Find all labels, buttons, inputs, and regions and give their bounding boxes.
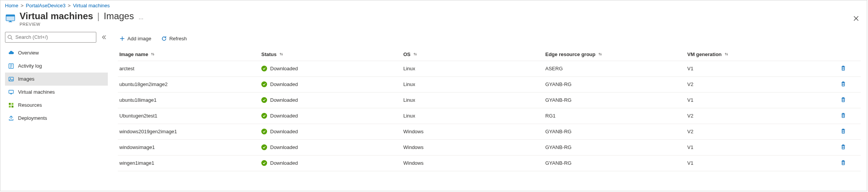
svg-rect-55: [842, 161, 844, 161]
svg-rect-25: [842, 66, 844, 67]
delete-button[interactable]: [838, 126, 848, 137]
col-header-name[interactable]: Image name: [118, 49, 260, 60]
svg-rect-35: [842, 98, 844, 98]
table-row[interactable]: Ubuntugen2test1DownloadedLinuxRG1V2: [118, 108, 861, 124]
svg-rect-21: [842, 67, 845, 70]
cell-rg: GYANB-RG: [544, 79, 686, 89]
cell-gen: V1: [686, 142, 832, 152]
close-button[interactable]: [850, 12, 862, 25]
sort-icon: [724, 52, 729, 56]
sidebar-item-label: Images: [18, 76, 35, 82]
table-row[interactable]: windows2019gen2image1DownloadedWindowsGY…: [118, 124, 861, 140]
delete-button[interactable]: [838, 63, 848, 74]
collapse-sidebar-button[interactable]: [100, 33, 108, 41]
images-table: Image name Status OS Edge resource group: [118, 48, 861, 171]
table-header-row: Image name Status OS Edge resource group: [118, 48, 861, 61]
plus-icon: [119, 36, 125, 41]
main-content: Add image Refresh Image name Statu: [111, 29, 867, 191]
cell-rg: GYANB-RG: [544, 142, 686, 152]
status-ok-icon: [261, 113, 267, 119]
sidebar-item-deployments[interactable]: Deployments: [5, 112, 108, 125]
sidebar-item-activity-log[interactable]: Activity log: [5, 60, 108, 73]
svg-rect-46: [842, 146, 845, 149]
deploy-icon: [8, 115, 14, 121]
table-row[interactable]: wingen1image1DownloadedWindowsGYANB-RGV1: [118, 156, 861, 171]
table-row[interactable]: windowsimage1DownloadedWindowsGYANB-RGV1: [118, 140, 861, 156]
cell-gen: V1: [686, 158, 832, 168]
cell-rg: GYANB-RG: [544, 158, 686, 168]
status-ok-icon: [261, 81, 267, 87]
sidebar-item-virtual-machines[interactable]: Virtual machines: [5, 86, 108, 99]
page-title: Virtual machines | Images: [20, 11, 134, 22]
sort-icon: [413, 52, 417, 56]
trash-icon: [840, 160, 846, 167]
vm-resource-icon: [5, 13, 16, 24]
trash-icon: [840, 113, 846, 119]
status-ok-icon: [261, 129, 267, 134]
cell-name: windows2019gen2image1: [118, 126, 260, 137]
table-row[interactable]: arctestDownloadedLinuxASERGV1: [118, 61, 861, 77]
breadcrumb-link-device[interactable]: PortalAseDevice3: [26, 3, 65, 8]
breadcrumb-link-home[interactable]: Home: [5, 3, 18, 8]
more-button[interactable]: …: [139, 11, 144, 20]
vm-icon: [8, 89, 14, 95]
sidebar-item-resources[interactable]: Resources: [5, 99, 108, 112]
col-header-gen[interactable]: VM generation: [686, 49, 832, 60]
trash-icon: [840, 144, 846, 151]
svg-rect-45: [842, 129, 844, 130]
svg-rect-18: [12, 106, 13, 108]
svg-rect-51: [842, 161, 845, 164]
delete-button[interactable]: [838, 95, 848, 106]
cell-name: windowsimage1: [118, 142, 260, 152]
table-row[interactable]: ubuntu18gen2image2DownloadedLinuxGYANB-R…: [118, 77, 861, 93]
svg-rect-3: [10, 21, 11, 22]
cell-gen: V2: [686, 111, 832, 121]
breadcrumb-link-vm[interactable]: Virtual machines: [73, 3, 110, 8]
sidebar: Overview Activity log Images Virtual mac…: [0, 29, 111, 191]
delete-button[interactable]: [838, 158, 848, 169]
add-image-button[interactable]: Add image: [118, 34, 153, 43]
cell-os: Windows: [402, 142, 544, 152]
svg-rect-40: [842, 113, 844, 114]
refresh-button[interactable]: Refresh: [160, 34, 188, 43]
status-ok-icon: [261, 97, 267, 103]
cell-gen: V1: [686, 95, 832, 105]
cell-os: Windows: [402, 126, 544, 137]
cell-os: Linux: [402, 111, 544, 121]
table-row[interactable]: ubuntu18image1DownloadedLinuxGYANB-RGV1: [118, 93, 861, 108]
sort-icon: [279, 52, 284, 56]
cell-os: Linux: [402, 95, 544, 105]
svg-rect-26: [842, 83, 845, 86]
cell-gen: V1: [686, 63, 832, 74]
sidebar-item-images[interactable]: Images: [5, 73, 108, 86]
image-icon: [8, 76, 14, 82]
refresh-icon: [161, 36, 167, 41]
svg-rect-31: [842, 98, 845, 101]
cell-name: ubuntu18gen2image2: [118, 79, 260, 89]
svg-line-5: [11, 38, 13, 40]
svg-rect-41: [842, 130, 845, 133]
cell-status: Downloaded: [260, 95, 402, 105]
trash-icon: [840, 81, 846, 88]
delete-button[interactable]: [838, 142, 848, 153]
col-header-os[interactable]: OS: [402, 49, 544, 60]
chevron-double-left-icon: [101, 35, 107, 40]
delete-button[interactable]: [838, 111, 848, 121]
col-header-status[interactable]: Status: [260, 49, 402, 60]
sidebar-item-label: Overview: [18, 50, 39, 56]
sort-icon: [150, 52, 155, 56]
cell-name: arctest: [118, 63, 260, 74]
search-input[interactable]: [5, 32, 96, 43]
cell-name: ubuntu18image1: [118, 95, 260, 105]
sidebar-item-overview[interactable]: Overview: [5, 46, 108, 60]
log-icon: [8, 63, 14, 69]
delete-button[interactable]: [838, 79, 848, 90]
cell-gen: V2: [686, 126, 832, 137]
svg-rect-15: [9, 103, 11, 105]
cell-status: Downloaded: [260, 126, 402, 137]
breadcrumb: Home > PortalAseDevice3 > Virtual machin…: [0, 0, 867, 9]
breadcrumb-separator: >: [68, 3, 71, 8]
col-header-rg[interactable]: Edge resource group: [544, 49, 686, 60]
trash-icon: [840, 65, 846, 72]
status-ok-icon: [261, 160, 267, 166]
